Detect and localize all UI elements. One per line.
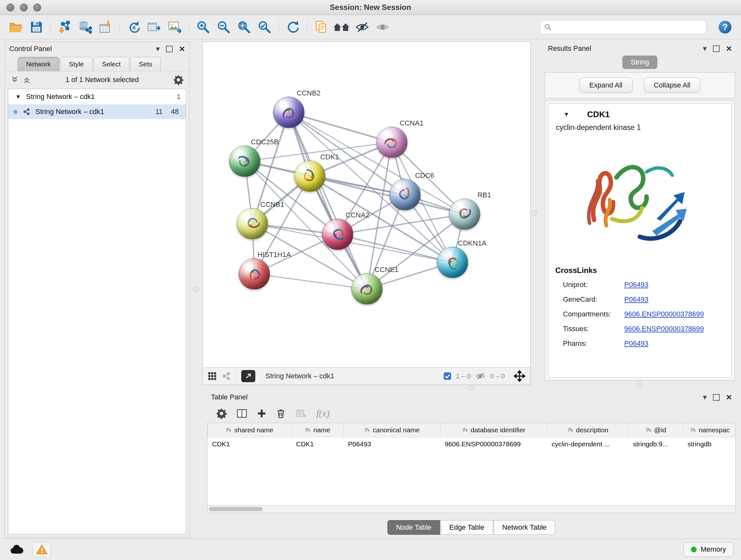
open-in-new-button[interactable]: [241, 370, 255, 382]
column-header--id[interactable]: @id: [629, 423, 683, 437]
zoom-out-button[interactable]: [213, 17, 234, 37]
table-cell[interactable]: 9606.ENSP00000378699: [441, 437, 547, 451]
table-cell[interactable]: cyclin-dependent ...: [547, 437, 629, 451]
network-edge[interactable]: [254, 274, 367, 289]
bottom-splitter-handle[interactable]: [468, 385, 474, 390]
refresh-view-button[interactable]: [283, 17, 303, 37]
import-table-button[interactable]: [95, 17, 116, 37]
tab-sets[interactable]: Sets: [130, 57, 161, 71]
selected-checkbox-icon[interactable]: [443, 372, 452, 380]
delete-column-icon[interactable]: [276, 408, 286, 419]
network-row-selected[interactable]: String Network – cdk1 11 48: [8, 105, 186, 119]
table-cell[interactable]: stringdb: [683, 437, 736, 451]
tab-select[interactable]: Select: [93, 57, 129, 71]
table-cell[interactable]: CDK1: [292, 437, 344, 451]
crosslink-link[interactable]: 9606.ENSP00000378699: [624, 325, 704, 333]
help-button[interactable]: ?: [715, 17, 735, 37]
close-panel-button[interactable]: ×: [726, 44, 732, 53]
close-panel-button[interactable]: ×: [726, 392, 732, 402]
column-header-database-identifier[interactable]: database identifier: [441, 423, 547, 437]
maximize-panel-button[interactable]: [713, 394, 720, 401]
export-image-button[interactable]: [165, 17, 185, 37]
float-panel-button[interactable]: ▾: [703, 393, 706, 401]
table-cell[interactable]: P06493: [344, 437, 441, 451]
crosslink-link[interactable]: P06493: [624, 281, 649, 289]
table-row[interactable]: CDK1CDK1P064939606.ENSP00000378699cyclin…: [208, 437, 736, 451]
import-network-file-button[interactable]: [55, 17, 75, 37]
search-input[interactable]: [554, 23, 702, 31]
function-builder-button[interactable]: f(x): [316, 408, 330, 419]
network-node-CCNB2[interactable]: [273, 97, 305, 128]
network-options-gear-icon[interactable]: [173, 75, 184, 85]
hide-selection-button[interactable]: [352, 17, 373, 37]
crosslink-link[interactable]: P06493: [624, 295, 649, 304]
collapse-all-icon[interactable]: [10, 76, 19, 84]
open-session-button[interactable]: [6, 17, 26, 37]
column-header-namespac[interactable]: namespac: [683, 423, 736, 437]
network-node-CCNB1[interactable]: [237, 208, 268, 240]
zoom-selected-button[interactable]: [254, 17, 275, 37]
network-node-CDKN1A[interactable]: [437, 247, 468, 278]
network-node-CDK1[interactable]: [294, 161, 326, 192]
network-node-CCNE1[interactable]: [351, 273, 383, 305]
move-crosshair-icon[interactable]: [514, 370, 525, 382]
string-tab-badge[interactable]: String: [622, 56, 657, 69]
network-edge[interactable]: [289, 112, 392, 142]
network-canvas[interactable]: CCNB2CCNA1CDC25BCDK1CDC6RB1CCNB1CCNA2CDK…: [203, 42, 530, 367]
table-cell[interactable]: CDK1: [208, 437, 292, 451]
tab-style[interactable]: Style: [60, 57, 92, 71]
tab-network-table[interactable]: Network Table: [494, 520, 555, 535]
expand-all-button[interactable]: Expand All: [580, 78, 632, 93]
save-session-button[interactable]: [26, 17, 47, 37]
network-node-CCNA2[interactable]: [322, 219, 353, 250]
network-node-HIST1H1A[interactable]: [239, 258, 270, 290]
import-network-database-button[interactable]: [75, 17, 95, 37]
maximize-panel-button[interactable]: [166, 46, 173, 52]
table-cell[interactable]: stringdb:9...: [629, 437, 683, 451]
network-node-CCNA1[interactable]: [376, 127, 408, 158]
collapse-all-button[interactable]: Collapse All: [644, 78, 700, 93]
share-network-icon[interactable]: [222, 372, 231, 381]
float-panel-button[interactable]: ▾: [156, 45, 159, 53]
new-network-button[interactable]: [124, 17, 144, 37]
add-column-icon[interactable]: [257, 409, 266, 418]
table-horizontal-scrollbar[interactable]: [207, 506, 736, 513]
column-header-shared-name[interactable]: shared name: [208, 423, 292, 437]
tab-edge-table[interactable]: Edge Table: [441, 520, 493, 535]
gene-disclosure-triangle[interactable]: ▼: [563, 111, 569, 118]
column-header-description[interactable]: description: [547, 423, 629, 437]
table-settings-gear-icon[interactable]: [216, 408, 227, 419]
scrollbar-thumb[interactable]: [209, 507, 263, 511]
tab-node-table[interactable]: Node Table: [387, 520, 440, 535]
results-splitter-handle[interactable]: [637, 381, 643, 387]
column-header-canonical-name[interactable]: canonical name: [344, 423, 441, 437]
column-header-name[interactable]: name: [292, 423, 344, 437]
zoom-in-button[interactable]: [193, 17, 213, 37]
grid-view-icon[interactable]: [208, 372, 217, 381]
network-node-CDC6[interactable]: [389, 179, 421, 210]
show-columns-icon[interactable]: [237, 408, 247, 419]
expand-all-icon[interactable]: [23, 76, 31, 84]
tab-network[interactable]: Network: [17, 57, 59, 71]
home-view-button[interactable]: [332, 17, 352, 37]
close-panel-button[interactable]: ×: [179, 44, 185, 54]
crosslink-link[interactable]: P06493: [624, 339, 649, 348]
show-selection-button[interactable]: [373, 17, 393, 37]
network-node-RB1[interactable]: [449, 199, 480, 230]
network-node-CDC25B[interactable]: [229, 145, 260, 177]
float-panel-button[interactable]: ▾: [703, 45, 706, 52]
crosslink-link[interactable]: 9606.ENSP00000378699: [624, 310, 704, 318]
memory-button[interactable]: Memory: [684, 542, 733, 557]
zoom-fit-button[interactable]: [234, 17, 254, 37]
warnings-button[interactable]: [32, 542, 51, 557]
hidden-eye-slash-icon[interactable]: [475, 372, 485, 381]
network-collection-row[interactable]: ▼ String Network – cdk1 1: [8, 89, 186, 105]
maximize-panel-button[interactable]: [713, 45, 720, 52]
cloud-status-button[interactable]: [8, 542, 25, 557]
disclosure-triangle-icon[interactable]: ▼: [15, 94, 21, 100]
export-table-button[interactable]: [144, 17, 165, 37]
right-splitter-handle[interactable]: [532, 210, 537, 216]
left-splitter-handle[interactable]: [193, 287, 199, 292]
copy-document-button[interactable]: [311, 17, 332, 37]
network-edge[interactable]: [289, 112, 367, 289]
